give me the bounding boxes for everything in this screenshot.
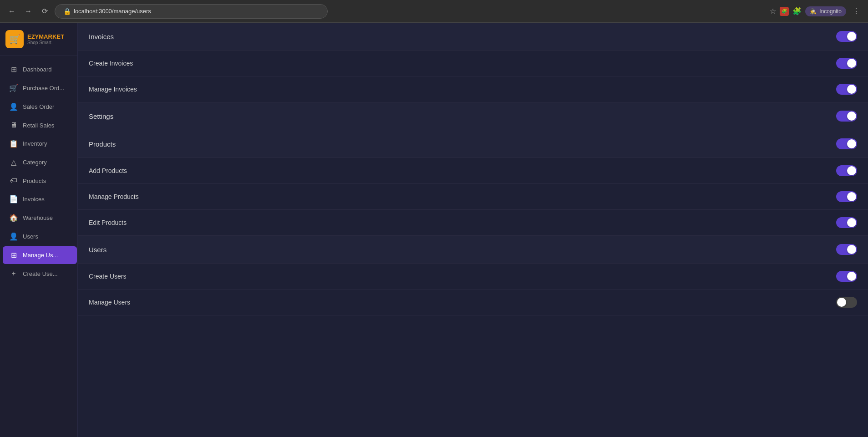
sidebar-item-retail-sales[interactable]: 🖥 Retail Sales — [3, 117, 77, 134]
create-invoices-toggle[interactable] — [836, 58, 857, 69]
sidebar-item-purchase-orders[interactable]: 🛒 Purchase Ord... — [3, 79, 77, 97]
sidebar-item-label: Inventory — [23, 140, 47, 147]
manage-products-toggle[interactable] — [836, 191, 857, 202]
settings-section-header[interactable]: Settings — [78, 102, 868, 130]
products-section-header[interactable]: Products — [78, 130, 868, 158]
url-text: localhost:3000/manage/users — [74, 8, 151, 15]
users-section-header[interactable]: Users — [78, 236, 868, 263]
toggle-knob — [847, 59, 856, 68]
sidebar-item-inventory[interactable]: 📋 Inventory — [3, 135, 77, 152]
invoices-section-header[interactable]: Invoices — [78, 23, 868, 50]
invoices-icon: 📄 — [9, 195, 18, 203]
toggle-knob — [847, 85, 856, 94]
sidebar-item-label: Category — [23, 159, 47, 166]
sidebar-item-sales-order[interactable]: 👤 Sales Order — [3, 98, 77, 116]
edit-products-toggle[interactable] — [836, 217, 857, 228]
sidebar-item-dashboard[interactable]: ⊞ Dashboard — [3, 61, 77, 78]
sidebar-item-invoices[interactable]: 📄 Invoices — [3, 190, 77, 208]
category-icon: △ — [9, 158, 18, 167]
create-invoices-label: Create Invoices — [89, 60, 133, 67]
create-users-label: Create Users — [89, 273, 126, 280]
invoices-section-label: Invoices — [89, 33, 114, 41]
sidebar-item-products[interactable]: 🏷 Products — [3, 172, 77, 189]
cart-icon: 🛒 — [9, 34, 20, 45]
sidebar-item-label: Purchase Ord... — [23, 85, 64, 91]
permission-item-create-users: Create Users — [78, 263, 868, 289]
menu-button[interactable]: ⋮ — [850, 5, 863, 18]
sidebar-item-warehouse[interactable]: 🏠 Warehouse — [3, 209, 77, 227]
toggle-knob — [847, 218, 856, 227]
back-button[interactable]: ← — [5, 5, 18, 18]
sidebar-item-label: Retail Sales — [23, 122, 54, 129]
users-icon: 👤 — [9, 232, 18, 241]
logo-area: 🛒 EZYMARKET Shop Smart. — [0, 23, 80, 56]
permission-item-manage-products: Manage Products — [78, 183, 868, 209]
purchase-orders-icon: 🛒 — [9, 84, 18, 92]
manage-users-toggle[interactable] — [836, 297, 857, 308]
permission-section-invoices: Invoices Create Invoices Manage Invoices — [78, 23, 868, 102]
manage-users-label: Manage Users — [89, 299, 130, 306]
settings-section-label: Settings — [89, 112, 113, 120]
sidebar-item-label: Create Use... — [23, 270, 58, 277]
sidebar-item-label: Warehouse — [23, 214, 53, 221]
products-toggle[interactable] — [836, 138, 857, 149]
address-bar[interactable]: 🔒 localhost:3000/manage/users — [55, 4, 328, 19]
incognito-icon: 🕵 — [810, 8, 817, 15]
permission-section-products: Products Add Products Manage Products — [78, 130, 868, 236]
sidebar-item-manage-users[interactable]: ⊞ Manage Us... — [3, 246, 77, 264]
sidebar-item-label: Manage Us... — [23, 252, 58, 259]
app-container: 🛒 EZYMARKET Shop Smart. ⊞ Dashboard 🛒 Pu… — [0, 23, 868, 437]
extensions-button[interactable]: 🧩 — [792, 7, 802, 16]
products-icon: 🏷 — [9, 177, 18, 185]
sidebar: 🛒 EZYMARKET Shop Smart. ⊞ Dashboard 🛒 Pu… — [0, 23, 80, 437]
users-toggle[interactable] — [836, 244, 857, 255]
extension-icon[interactable]: 🧩 — [780, 7, 789, 16]
sidebar-item-label: Dashboard — [23, 66, 52, 73]
toggle-knob — [847, 139, 856, 148]
add-products-label: Add Products — [89, 167, 127, 174]
invoices-toggle[interactable] — [836, 31, 857, 42]
incognito-button[interactable]: 🕵 Incognito — [805, 6, 846, 16]
products-section-label: Products — [89, 140, 116, 148]
nav-items: ⊞ Dashboard 🛒 Purchase Ord... 👤 Sales Or… — [0, 56, 80, 437]
permission-item-add-products: Add Products — [78, 158, 868, 183]
edit-products-label: Edit Products — [89, 219, 127, 226]
reload-button[interactable]: ⟳ — [38, 5, 51, 18]
logo-text: EZYMARKET Shop Smart. — [27, 33, 64, 45]
create-users-toggle[interactable] — [836, 271, 857, 282]
settings-toggle[interactable] — [836, 111, 857, 122]
toggle-knob — [847, 245, 856, 254]
toggle-knob — [847, 112, 856, 121]
manage-invoices-toggle[interactable] — [836, 84, 857, 95]
sidebar-item-category[interactable]: △ Category — [3, 153, 77, 171]
browser-chrome: ← → ⟳ 🔒 localhost:3000/manage/users ☆ 🧩 … — [0, 0, 868, 23]
sidebar-item-create-users[interactable]: + Create Use... — [3, 265, 77, 282]
permission-section-settings: Settings — [78, 102, 868, 130]
permission-item-edit-products: Edit Products — [78, 209, 868, 235]
browser-right-icons: ☆ 🧩 🧩 🕵 Incognito ⋮ — [770, 5, 863, 18]
logo-name: EZYMARKET — [27, 33, 64, 40]
sales-order-icon: 👤 — [9, 102, 18, 111]
add-products-toggle[interactable] — [836, 165, 857, 176]
toggle-knob — [847, 166, 856, 175]
sidebar-item-users[interactable]: 👤 Users — [3, 228, 77, 245]
manage-products-label: Manage Products — [89, 193, 139, 200]
logo-tagline: Shop Smart. — [27, 40, 64, 45]
permission-section-users: Users Create Users Manage Users — [78, 236, 868, 315]
incognito-label: Incognito — [819, 8, 842, 15]
permission-item-manage-users: Manage Users — [78, 289, 868, 315]
sidebar-item-label: Users — [23, 233, 38, 240]
sidebar-item-label: Products — [23, 178, 46, 184]
users-section-label: Users — [89, 246, 107, 254]
toggle-knob — [847, 272, 856, 281]
inventory-icon: 📋 — [9, 139, 18, 148]
manage-users-icon: ⊞ — [9, 251, 18, 259]
create-users-icon: + — [9, 269, 18, 278]
forward-button[interactable]: → — [22, 5, 35, 18]
permissions-panel: Invoices Create Invoices Manage Invoices — [77, 23, 868, 437]
dashboard-icon: ⊞ — [9, 65, 18, 74]
toggle-knob — [847, 32, 856, 41]
bookmark-icon[interactable]: ☆ — [770, 7, 776, 15]
sidebar-item-label: Sales Order — [23, 103, 54, 110]
toggle-knob — [847, 192, 856, 201]
